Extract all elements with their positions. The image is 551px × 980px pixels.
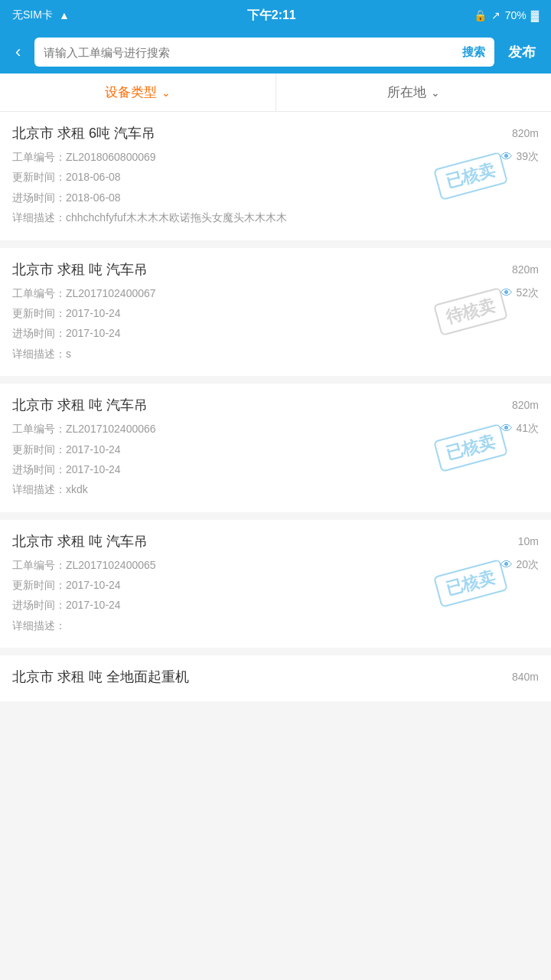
filter-bar: 设备类型 ⌄ 所在地 ⌄: [0, 74, 551, 112]
item-order-no: 工单编号：ZL2017102400067: [12, 285, 156, 302]
item-entry-time: 进场时间：2017-10-24: [12, 461, 121, 478]
item-entry-time: 进场时间：2018-06-08: [12, 189, 121, 206]
item-description: 详细描述：: [12, 617, 66, 634]
item-order-no: 工单编号：ZL2018060800069: [12, 149, 156, 165]
item-distance: 820m: [512, 127, 539, 139]
item-description: 详细描述：xkdk: [12, 481, 88, 498]
list-item[interactable]: 北京市 求租 6吨 汽车吊 820m 工单编号：ZL2018060800069 …: [0, 112, 551, 240]
item-title: 北京市 求租 吨 汽车吊: [12, 396, 148, 414]
item-views: 👁 39次: [500, 150, 539, 164]
header: ‹ 搜索 发布: [0, 31, 551, 74]
status-left: 无SIM卡 ▲: [12, 8, 70, 22]
item-entry-time: 进场时间：2017-10-24: [12, 325, 121, 341]
item-description: 详细描述：s: [12, 345, 71, 362]
item-distance: 10m: [518, 535, 539, 547]
search-bar: 搜索: [34, 38, 494, 67]
item-title: 北京市 求租 6吨 汽车吊: [12, 124, 155, 142]
item-distance: 820m: [512, 263, 539, 276]
eye-icon: 👁: [500, 150, 513, 164]
list-item[interactable]: 北京市 求租 吨 汽车吊 10m 工单编号：ZL2017102400065 👁 …: [0, 520, 551, 648]
item-update-time: 更新时间：2017-10-24: [12, 305, 121, 322]
filter-type[interactable]: 设备类型 ⌄: [0, 74, 276, 111]
location-icon: ↗: [491, 9, 500, 21]
item-update-time: 更新时间：2017-10-24: [12, 577, 121, 593]
back-button[interactable]: ‹: [9, 39, 27, 65]
partial-item-title: 北京市 求租 吨 全地面起重机: [12, 668, 189, 686]
list-item[interactable]: 北京市 求租 吨 汽车吊 820m 工单编号：ZL2017102400067 👁…: [0, 248, 551, 377]
filter-location-chevron: ⌄: [431, 87, 440, 99]
eye-icon: 👁: [500, 558, 513, 572]
eye-icon: 👁: [500, 422, 513, 436]
search-button[interactable]: 搜索: [453, 38, 494, 67]
item-update-time: 更新时间：2018-06-08: [12, 168, 121, 185]
filter-location-label: 所在地: [387, 83, 426, 101]
item-update-time: 更新时间：2017-10-24: [12, 441, 121, 458]
item-distance: 820m: [512, 399, 539, 411]
battery-text: 70%: [505, 9, 527, 21]
item-order-no: 工单编号：ZL2017102400065: [12, 557, 156, 573]
filter-type-label: 设备类型: [105, 83, 157, 101]
item-order-no: 工单编号：ZL2017102400066: [12, 420, 156, 437]
search-input[interactable]: [34, 46, 453, 59]
status-time: 下午2:11: [247, 8, 296, 24]
filter-location[interactable]: 所在地 ⌄: [276, 74, 552, 111]
item-views: 👁 52次: [500, 286, 539, 300]
partial-item[interactable]: 北京市 求租 吨 全地面起重机 840m: [0, 655, 551, 701]
item-title: 北京市 求租 吨 汽车吊: [12, 260, 148, 279]
filter-type-chevron: ⌄: [161, 87, 171, 99]
item-entry-time: 进场时间：2017-10-24: [12, 596, 121, 613]
item-title: 北京市 求租 吨 汽车吊: [12, 532, 148, 550]
wifi-icon: ▲: [59, 9, 70, 21]
item-views: 👁 41次: [500, 422, 539, 436]
battery-icon: ▓: [531, 9, 539, 21]
item-description: 详细描述：chhchchfyfuf木木木木欧诺拖头女魔头木木木木: [12, 209, 287, 226]
lock-icon: 🔒: [474, 9, 487, 21]
item-list: 北京市 求租 6吨 汽车吊 820m 工单编号：ZL2018060800069 …: [0, 112, 551, 648]
partial-item-distance: 840m: [512, 671, 539, 683]
item-views: 👁 20次: [500, 558, 539, 572]
status-bar: 无SIM卡 ▲ 下午2:11 🔒 ↗ 70% ▓: [0, 0, 551, 31]
list-item[interactable]: 北京市 求租 吨 汽车吊 820m 工单编号：ZL2017102400066 👁…: [0, 384, 551, 512]
eye-icon: 👁: [500, 286, 513, 300]
publish-button[interactable]: 发布: [502, 40, 542, 64]
status-right: 🔒 ↗ 70% ▓: [474, 9, 539, 21]
no-sim-text: 无SIM卡: [12, 8, 53, 22]
